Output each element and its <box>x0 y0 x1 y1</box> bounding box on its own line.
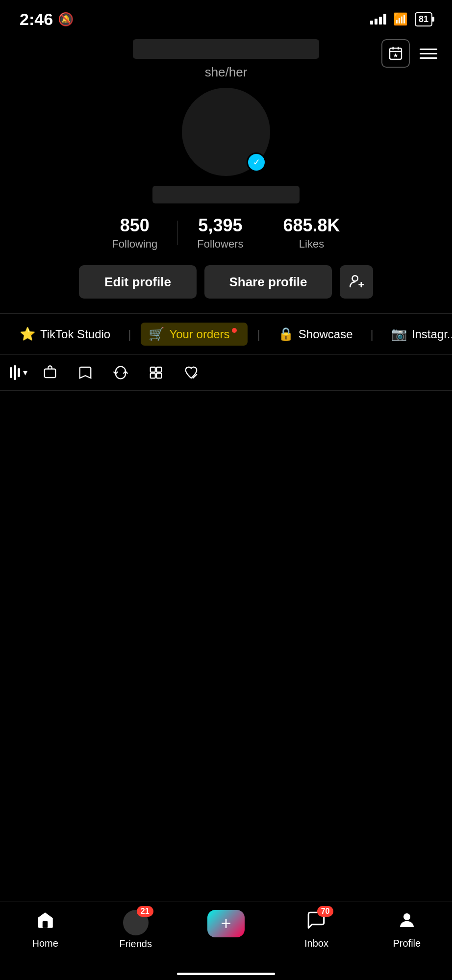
quick-link-showcase[interactable]: 🔒 Showcase <box>270 323 361 346</box>
tab-saved[interactable] <box>73 360 98 385</box>
profile-top-actions <box>381 39 437 68</box>
hamburger-line-2 <box>420 53 437 54</box>
profile-label: Profile <box>393 938 421 949</box>
inbox-badge: 70 <box>317 906 334 917</box>
home-icon <box>35 910 55 935</box>
quick-link-instagram[interactable]: 📷 Instagr... <box>383 323 452 346</box>
inbox-label: Inbox <box>304 938 328 949</box>
hamburger-line-1 <box>420 49 437 50</box>
svg-marker-4 <box>393 53 398 57</box>
liked-tab-icon <box>43 365 57 380</box>
home-label: Home <box>32 938 58 949</box>
content-tabs: ▾ <box>0 355 452 391</box>
stats-row: 850 Following 5,395 Followers 685.8K Lik… <box>92 215 359 251</box>
verified-badge: ✓ <box>247 152 266 172</box>
tab-tagged[interactable] <box>143 360 169 385</box>
orders-notification-dot <box>232 328 237 333</box>
svg-rect-9 <box>151 367 155 372</box>
following-count: 850 <box>120 215 150 236</box>
tagged-tab-icon <box>149 365 163 380</box>
friends-icon-wrapper: 21 <box>123 910 149 935</box>
friends-badge: 21 <box>137 906 153 917</box>
signal-bar-1 <box>370 21 373 25</box>
svg-rect-12 <box>156 373 161 378</box>
profile-header: she/her ✓ 850 Following 5,395 Followers … <box>0 34 452 313</box>
username-bar <box>133 39 319 59</box>
action-buttons: Edit profile Share profile <box>79 265 373 299</box>
pronouns: she/her <box>205 65 248 80</box>
signal-bars <box>370 14 386 25</box>
main-content-area <box>0 391 452 832</box>
following-stat[interactable]: 850 Following <box>92 215 177 251</box>
grid-icon <box>10 365 20 380</box>
tiktok-studio-icon: ⭐ <box>20 327 35 342</box>
hamburger-menu-button[interactable] <box>420 49 437 59</box>
likes-label: Likes <box>299 238 324 251</box>
nav-profile[interactable]: Profile <box>362 910 452 949</box>
heart-tab-icon <box>184 365 199 380</box>
grid-view-tab[interactable]: ▾ <box>10 365 27 380</box>
repost-tab-icon <box>113 365 128 380</box>
signal-bar-2 <box>375 19 377 25</box>
tab-repost[interactable] <box>108 360 133 385</box>
followers-count: 5,395 <box>198 215 242 236</box>
likes-count: 685.8K <box>283 215 340 236</box>
status-time: 2:46 🔕 <box>20 10 74 29</box>
cart-icon: 🛒 <box>149 327 164 342</box>
nav-inbox[interactable]: 70 Inbox <box>271 910 361 949</box>
avatar-wrapper: ✓ <box>182 88 270 176</box>
calendar-star-button[interactable] <box>381 39 410 68</box>
hamburger-line-3 <box>420 57 437 59</box>
svg-rect-11 <box>151 373 155 378</box>
followers-stat[interactable]: 5,395 Followers <box>177 215 263 251</box>
svg-rect-14 <box>43 921 48 928</box>
time-display: 2:46 <box>20 10 53 29</box>
tab-liked-posts[interactable] <box>178 360 204 385</box>
bell-icon: 🔕 <box>58 12 74 27</box>
battery-indicator: 81 <box>415 12 432 26</box>
quick-link-tiktok-studio[interactable]: ⭐ TikTok Studio <box>12 323 118 346</box>
share-profile-button[interactable]: Share profile <box>204 265 332 299</box>
calendar-star-icon <box>388 46 403 61</box>
inbox-icon: 70 <box>306 910 326 935</box>
showcase-icon: 🔒 <box>278 327 294 342</box>
battery-level: 81 <box>419 14 428 24</box>
your-orders-label: Your orders <box>169 327 229 341</box>
tab-liked[interactable] <box>37 360 63 385</box>
following-label: Following <box>112 238 157 251</box>
nav-home[interactable]: Home <box>0 910 90 949</box>
tiktok-studio-label: TikTok Studio <box>40 327 110 341</box>
edit-profile-button[interactable]: Edit profile <box>79 265 197 299</box>
create-button[interactable]: + <box>207 910 245 937</box>
status-bar: 2:46 🔕 📶 81 <box>0 0 452 34</box>
svg-rect-8 <box>45 369 56 378</box>
quick-link-divider-2: | <box>257 327 260 341</box>
add-friend-icon <box>348 274 365 290</box>
profile-nav-icon <box>397 910 417 935</box>
add-friend-button[interactable] <box>340 265 373 299</box>
quick-link-divider-3: | <box>371 327 374 341</box>
saved-tab-icon <box>78 365 93 380</box>
likes-stat[interactable]: 685.8K Likes <box>263 215 359 251</box>
quick-link-your-orders[interactable]: 🛒 Your orders <box>141 323 247 346</box>
followers-label: Followers <box>197 238 243 251</box>
signal-bar-3 <box>379 17 382 25</box>
wifi-icon: 📶 <box>393 12 408 26</box>
status-icons: 📶 81 <box>370 12 432 26</box>
instagram-label: Instagr... <box>412 327 452 341</box>
nav-friends[interactable]: 21 Friends <box>90 910 180 950</box>
svg-point-5 <box>352 276 358 281</box>
svg-rect-10 <box>156 367 161 372</box>
quick-link-divider-1: | <box>128 327 131 341</box>
home-indicator <box>177 973 275 975</box>
instagram-icon: 📷 <box>391 327 407 342</box>
friends-label: Friends <box>119 938 152 950</box>
bottom-nav: Home 21 Friends + 70 Inbox Profile <box>0 902 452 980</box>
display-name-bar <box>152 186 300 203</box>
dropdown-chevron: ▾ <box>23 367 27 378</box>
showcase-label: Showcase <box>299 327 353 341</box>
signal-bar-4 <box>383 14 386 25</box>
nav-create[interactable]: + <box>181 910 271 937</box>
svg-point-15 <box>403 913 410 920</box>
quick-links-bar: ⭐ TikTok Studio | 🛒 Your orders | 🔒 Show… <box>0 313 452 355</box>
